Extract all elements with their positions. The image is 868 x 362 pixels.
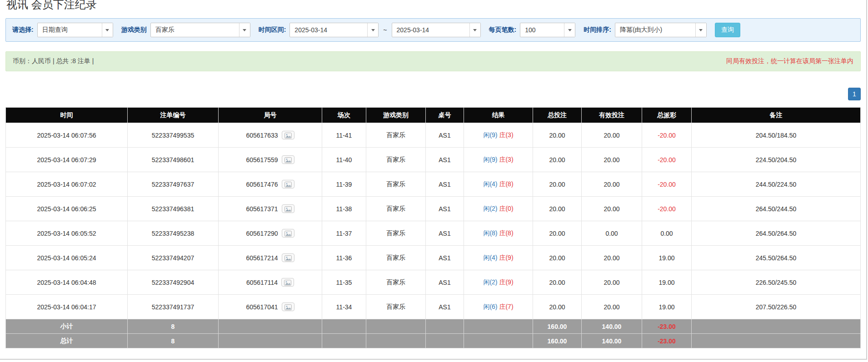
round-video-icon[interactable] bbox=[282, 180, 294, 188]
cell-valid-bet: 20.00 bbox=[582, 270, 642, 295]
page-button-1[interactable]: 1 bbox=[848, 88, 861, 100]
cell-total-bet[interactable]: 20.00 bbox=[533, 123, 582, 148]
search-button[interactable]: 查询 bbox=[715, 23, 740, 37]
chevron-down-icon bbox=[564, 23, 575, 37]
column-header: 桌号 bbox=[426, 108, 464, 123]
cell-result: 闲(4) 庄(8) bbox=[464, 172, 533, 197]
round-video-icon[interactable] bbox=[282, 253, 294, 262]
table-body: 2025-03-14 06:07:56 522337499535 6056176… bbox=[6, 123, 861, 319]
cell-bet-id: 522337498601 bbox=[128, 148, 219, 172]
cell-game-type: 百家乐 bbox=[366, 172, 426, 197]
cell-total-bet[interactable]: 20.00 bbox=[533, 221, 582, 246]
cell-total-bet[interactable]: 20.00 bbox=[533, 246, 582, 270]
round-id: 605617633 bbox=[246, 132, 278, 139]
round-id: 605617041 bbox=[246, 303, 278, 311]
cell-session: 11-40 bbox=[322, 148, 366, 172]
column-header: 有效投注 bbox=[582, 108, 642, 123]
cell-bet-id: 522337495238 bbox=[128, 221, 219, 246]
cell-total-bet[interactable]: 20.00 bbox=[533, 172, 582, 197]
round-video-icon[interactable] bbox=[281, 278, 294, 287]
cell-valid-bet: 20.00 bbox=[582, 172, 642, 197]
cell-table-no: AS1 bbox=[426, 172, 464, 197]
cell-note: 264.50/244.50 bbox=[692, 197, 861, 221]
viewport: 视讯 会员下注纪录 请选择: 日期查询 游戏类别 百家乐 时间区间: 2025-… bbox=[0, 0, 867, 360]
cell-round-id: 605617559 bbox=[219, 148, 322, 172]
cell-payout: 19.00 bbox=[642, 295, 692, 319]
sort-order-select[interactable]: 降冪(由大到小) bbox=[615, 23, 707, 37]
cell-table-no: AS1 bbox=[426, 123, 464, 148]
cell-note: 207.50/226.50 bbox=[692, 295, 861, 319]
filter-bar: 请选择: 日期查询 游戏类别 百家乐 时间区间: 2025-03-14 ~ 20… bbox=[5, 18, 861, 42]
filter-label-date-range: 时间区间: bbox=[259, 26, 286, 34]
summary-text: 币别：人民币 | 总共 :8 注单 | bbox=[13, 57, 94, 65]
round-video-icon[interactable] bbox=[282, 204, 294, 213]
game-type-value: 百家乐 bbox=[151, 23, 239, 37]
chevron-down-icon bbox=[695, 23, 706, 37]
cell-note: 226.50/245.50 bbox=[692, 270, 861, 295]
table-row: 2025-03-14 06:05:52 522337495238 6056172… bbox=[6, 221, 861, 246]
result-banker: 庄(8) bbox=[499, 180, 513, 188]
cell-result: 闲(2) 庄(0) bbox=[464, 197, 533, 221]
summary-cell bbox=[464, 319, 533, 334]
column-header: 结果 bbox=[464, 108, 533, 123]
column-header: 总派彩 bbox=[642, 108, 692, 123]
cell-session: 11-34 bbox=[322, 295, 366, 319]
summary-cell bbox=[219, 319, 322, 334]
column-header: 游戏类别 bbox=[366, 108, 426, 123]
query-type-select[interactable]: 日期查询 bbox=[37, 23, 113, 37]
cell-payout: -20.00 bbox=[642, 197, 692, 221]
page: 视讯 会员下注纪录 请选择: 日期查询 游戏类别 百家乐 时间区间: 2025-… bbox=[0, 0, 866, 348]
cell-valid-bet: 20.00 bbox=[582, 123, 642, 148]
cell-game-type: 百家乐 bbox=[366, 221, 426, 246]
cell-round-id: 605617290 bbox=[219, 221, 322, 246]
date-from-value: 2025-03-14 bbox=[290, 23, 367, 37]
summary-cell: 140.00 bbox=[582, 319, 642, 334]
cell-round-id: 605617633 bbox=[219, 123, 322, 148]
cell-total-bet[interactable]: 20.00 bbox=[533, 295, 582, 319]
sort-order-value: 降冪(由大到小) bbox=[615, 23, 695, 37]
cell-session: 11-36 bbox=[322, 246, 366, 270]
query-type-value: 日期查询 bbox=[38, 23, 102, 37]
cell-bet-id: 522337491737 bbox=[128, 295, 219, 319]
cell-note: 264.50/264.50 bbox=[692, 221, 861, 246]
cell-note: 204.50/184.50 bbox=[692, 123, 861, 148]
summary-label: 小计 bbox=[6, 319, 128, 334]
result-player: 闲(8) bbox=[483, 229, 497, 237]
round-video-icon[interactable] bbox=[282, 302, 294, 311]
column-header: 备注 bbox=[692, 108, 861, 123]
table-row: 2025-03-14 06:07:56 522337499535 6056176… bbox=[6, 123, 861, 148]
cell-round-id: 605617371 bbox=[219, 197, 322, 221]
summary-bar: 币别：人民币 | 总共 :8 注单 | 同局有效投注，统一计算在该局第一张注单内 bbox=[5, 51, 861, 71]
date-to-select[interactable]: 2025-03-14 bbox=[392, 23, 481, 37]
cell-result: 闲(9) 庄(3) bbox=[464, 148, 533, 172]
table-row: 2025-03-14 06:07:02 522337497637 6056174… bbox=[6, 172, 861, 197]
summary-cell bbox=[426, 334, 464, 348]
per-page-select[interactable]: 100 bbox=[520, 23, 575, 37]
cell-table-no: AS1 bbox=[426, 270, 464, 295]
cell-payout: -20.00 bbox=[642, 148, 692, 172]
round-video-icon[interactable] bbox=[282, 155, 294, 164]
cell-total-bet[interactable]: 20.00 bbox=[533, 197, 582, 221]
round-video-icon[interactable] bbox=[282, 131, 294, 139]
summary-row: 小计8160.00140.00-23.00 bbox=[6, 319, 861, 334]
summary-cell bbox=[322, 319, 366, 334]
result-player: 闲(2) bbox=[483, 205, 497, 212]
cell-total-bet[interactable]: 20.00 bbox=[533, 270, 582, 295]
date-from-select[interactable]: 2025-03-14 bbox=[289, 23, 379, 37]
summary-cell: 160.00 bbox=[533, 334, 582, 348]
summary-cell: 8 bbox=[128, 319, 219, 334]
cell-table-no: AS1 bbox=[426, 295, 464, 319]
cell-game-type: 百家乐 bbox=[366, 148, 426, 172]
cell-game-type: 百家乐 bbox=[366, 123, 426, 148]
filter-label-per-page: 每页笔数: bbox=[489, 26, 517, 34]
filter-label-sort-order: 时间排序: bbox=[584, 26, 611, 34]
table-header-row: 时间注单编号局号场次游戏类别桌号结果总投注有效投注总派彩备注 bbox=[6, 108, 861, 123]
game-type-select[interactable]: 百家乐 bbox=[150, 23, 250, 37]
round-id: 605617476 bbox=[246, 181, 278, 188]
summary-cell bbox=[692, 334, 861, 348]
round-video-icon[interactable] bbox=[282, 229, 294, 238]
summary-cell: 140.00 bbox=[582, 334, 642, 348]
cell-total-bet[interactable]: 20.00 bbox=[533, 148, 582, 172]
cell-session: 11-41 bbox=[322, 123, 366, 148]
cell-game-type: 百家乐 bbox=[366, 246, 426, 270]
